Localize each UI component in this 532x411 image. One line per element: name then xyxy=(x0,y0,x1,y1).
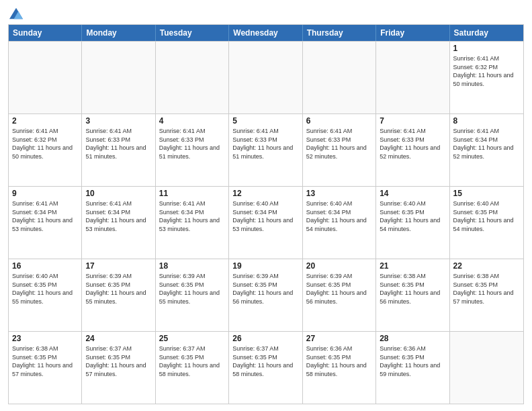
calendar-cell: 9Sunrise: 6:41 AMSunset: 6:34 PMDaylight… xyxy=(9,187,82,259)
day-number: 26 xyxy=(232,334,298,343)
calendar-cell xyxy=(9,42,82,113)
calendar-cell: 7Sunrise: 6:41 AMSunset: 6:33 PMDaylight… xyxy=(376,114,449,186)
day-number: 25 xyxy=(159,334,225,343)
day-number: 18 xyxy=(159,261,225,271)
day-number: 5 xyxy=(232,116,298,126)
calendar-cell: 6Sunrise: 6:41 AMSunset: 6:33 PMDaylight… xyxy=(303,114,376,186)
day-info: Sunrise: 6:41 AMSunset: 6:34 PMDaylight:… xyxy=(85,200,146,232)
day-number: 9 xyxy=(12,189,78,198)
calendar-cell: 2Sunrise: 6:41 AMSunset: 6:32 PMDaylight… xyxy=(9,114,82,186)
calendar-cell: 24Sunrise: 6:37 AMSunset: 6:35 PMDayligh… xyxy=(82,332,155,404)
day-info: Sunrise: 6:41 AMSunset: 6:34 PMDaylight:… xyxy=(159,200,220,232)
calendar-cell: 3Sunrise: 6:41 AMSunset: 6:33 PMDaylight… xyxy=(82,114,155,186)
page: SundayMondayTuesdayWednesdayThursdayFrid… xyxy=(0,0,532,411)
day-number: 3 xyxy=(85,116,151,126)
calendar-row: 2Sunrise: 6:41 AMSunset: 6:32 PMDaylight… xyxy=(9,113,523,186)
logo xyxy=(8,7,23,20)
calendar-cell xyxy=(303,42,376,113)
calendar-cell: 26Sunrise: 6:37 AMSunset: 6:35 PMDayligh… xyxy=(229,332,302,404)
calendar-cell: 14Sunrise: 6:40 AMSunset: 6:35 PMDayligh… xyxy=(376,187,449,259)
day-number: 6 xyxy=(306,116,372,126)
day-info: Sunrise: 6:36 AMSunset: 6:35 PMDaylight:… xyxy=(306,345,367,377)
day-number: 8 xyxy=(453,116,520,126)
day-info: Sunrise: 6:40 AMSunset: 6:34 PMDaylight:… xyxy=(306,200,367,232)
weekday-header: Friday xyxy=(376,25,449,41)
calendar-body: 1Sunrise: 6:41 AMSunset: 6:32 PMDaylight… xyxy=(9,41,523,404)
calendar-cell: 19Sunrise: 6:39 AMSunset: 6:35 PMDayligh… xyxy=(229,259,302,331)
calendar-cell xyxy=(450,332,523,404)
day-number: 14 xyxy=(380,189,445,198)
day-info: Sunrise: 6:41 AMSunset: 6:34 PMDaylight:… xyxy=(12,200,73,232)
day-info: Sunrise: 6:38 AMSunset: 6:35 PMDaylight:… xyxy=(12,345,73,377)
calendar-cell: 10Sunrise: 6:41 AMSunset: 6:34 PMDayligh… xyxy=(82,187,155,259)
calendar-cell: 25Sunrise: 6:37 AMSunset: 6:35 PMDayligh… xyxy=(156,332,229,404)
calendar-row: 1Sunrise: 6:41 AMSunset: 6:32 PMDaylight… xyxy=(9,41,523,113)
day-number: 15 xyxy=(453,189,520,198)
calendar-cell xyxy=(82,42,155,113)
day-number: 27 xyxy=(306,334,372,343)
day-info: Sunrise: 6:39 AMSunset: 6:35 PMDaylight:… xyxy=(159,273,220,305)
calendar-cell: 15Sunrise: 6:40 AMSunset: 6:35 PMDayligh… xyxy=(450,187,523,259)
day-number: 19 xyxy=(232,261,298,271)
day-info: Sunrise: 6:38 AMSunset: 6:35 PMDaylight:… xyxy=(380,273,440,305)
day-info: Sunrise: 6:41 AMSunset: 6:33 PMDaylight:… xyxy=(159,128,220,160)
day-number: 17 xyxy=(85,261,151,271)
calendar-cell: 8Sunrise: 6:41 AMSunset: 6:34 PMDaylight… xyxy=(450,114,523,186)
day-info: Sunrise: 6:41 AMSunset: 6:33 PMDaylight:… xyxy=(306,128,367,160)
header xyxy=(8,7,524,20)
day-number: 22 xyxy=(453,261,520,271)
day-number: 13 xyxy=(306,189,372,198)
calendar-cell: 27Sunrise: 6:36 AMSunset: 6:35 PMDayligh… xyxy=(303,332,376,404)
weekday-header: Tuesday xyxy=(156,25,229,41)
calendar-row: 16Sunrise: 6:40 AMSunset: 6:35 PMDayligh… xyxy=(9,259,523,331)
day-info: Sunrise: 6:37 AMSunset: 6:35 PMDaylight:… xyxy=(159,345,220,377)
day-number: 11 xyxy=(159,189,225,198)
calendar-cell: 16Sunrise: 6:40 AMSunset: 6:35 PMDayligh… xyxy=(9,259,82,331)
day-info: Sunrise: 6:39 AMSunset: 6:35 PMDaylight:… xyxy=(306,273,367,305)
calendar-row: 9Sunrise: 6:41 AMSunset: 6:34 PMDaylight… xyxy=(9,186,523,259)
day-number: 7 xyxy=(380,116,445,126)
day-info: Sunrise: 6:41 AMSunset: 6:34 PMDaylight:… xyxy=(453,128,514,160)
calendar-cell: 18Sunrise: 6:39 AMSunset: 6:35 PMDayligh… xyxy=(156,259,229,331)
calendar-cell xyxy=(376,42,449,113)
day-info: Sunrise: 6:36 AMSunset: 6:35 PMDaylight:… xyxy=(380,345,440,377)
weekday-header: Thursday xyxy=(303,25,376,41)
calendar-cell: 28Sunrise: 6:36 AMSunset: 6:35 PMDayligh… xyxy=(376,332,449,404)
calendar-cell: 1Sunrise: 6:41 AMSunset: 6:32 PMDaylight… xyxy=(450,42,523,113)
day-info: Sunrise: 6:41 AMSunset: 6:32 PMDaylight:… xyxy=(453,55,514,87)
day-number: 24 xyxy=(85,334,151,343)
day-number: 4 xyxy=(159,116,225,126)
calendar-cell: 4Sunrise: 6:41 AMSunset: 6:33 PMDaylight… xyxy=(156,114,229,186)
day-number: 12 xyxy=(232,189,298,198)
day-info: Sunrise: 6:39 AMSunset: 6:35 PMDaylight:… xyxy=(85,273,146,305)
calendar: SundayMondayTuesdayWednesdayThursdayFrid… xyxy=(8,24,524,404)
calendar-cell: 20Sunrise: 6:39 AMSunset: 6:35 PMDayligh… xyxy=(303,259,376,331)
calendar-cell: 13Sunrise: 6:40 AMSunset: 6:34 PMDayligh… xyxy=(303,187,376,259)
day-number: 20 xyxy=(306,261,372,271)
day-number: 28 xyxy=(380,334,445,343)
day-info: Sunrise: 6:40 AMSunset: 6:34 PMDaylight:… xyxy=(232,200,293,232)
calendar-cell: 17Sunrise: 6:39 AMSunset: 6:35 PMDayligh… xyxy=(82,259,155,331)
calendar-cell: 21Sunrise: 6:38 AMSunset: 6:35 PMDayligh… xyxy=(376,259,449,331)
day-number: 23 xyxy=(12,334,78,343)
calendar-cell: 12Sunrise: 6:40 AMSunset: 6:34 PMDayligh… xyxy=(229,187,302,259)
calendar-cell xyxy=(229,42,302,113)
day-number: 16 xyxy=(12,261,78,271)
weekday-header: Monday xyxy=(82,25,155,41)
day-info: Sunrise: 6:41 AMSunset: 6:32 PMDaylight:… xyxy=(12,128,73,160)
day-info: Sunrise: 6:41 AMSunset: 6:33 PMDaylight:… xyxy=(85,128,146,160)
day-info: Sunrise: 6:40 AMSunset: 6:35 PMDaylight:… xyxy=(12,273,73,305)
day-info: Sunrise: 6:40 AMSunset: 6:35 PMDaylight:… xyxy=(453,200,514,232)
calendar-cell xyxy=(156,42,229,113)
calendar-cell: 5Sunrise: 6:41 AMSunset: 6:33 PMDaylight… xyxy=(229,114,302,186)
day-number: 10 xyxy=(85,189,151,198)
day-number: 2 xyxy=(12,116,78,126)
calendar-row: 23Sunrise: 6:38 AMSunset: 6:35 PMDayligh… xyxy=(9,331,523,404)
day-info: Sunrise: 6:41 AMSunset: 6:33 PMDaylight:… xyxy=(380,128,440,160)
day-info: Sunrise: 6:39 AMSunset: 6:35 PMDaylight:… xyxy=(232,273,293,305)
calendar-cell: 23Sunrise: 6:38 AMSunset: 6:35 PMDayligh… xyxy=(9,332,82,404)
weekday-header: Saturday xyxy=(450,25,523,41)
day-info: Sunrise: 6:40 AMSunset: 6:35 PMDaylight:… xyxy=(380,200,440,232)
day-number: 1 xyxy=(453,44,520,53)
day-info: Sunrise: 6:37 AMSunset: 6:35 PMDaylight:… xyxy=(85,345,146,377)
